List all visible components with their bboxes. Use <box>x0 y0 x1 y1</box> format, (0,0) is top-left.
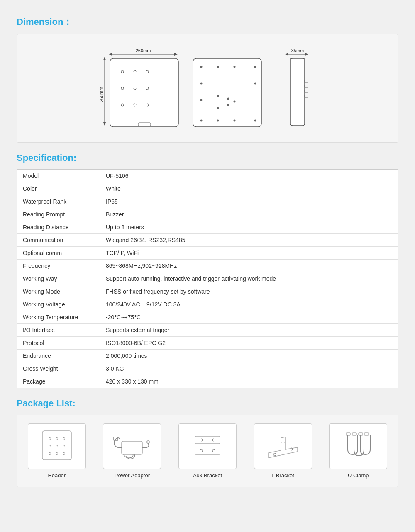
svg-point-30 <box>234 101 236 103</box>
svg-point-28 <box>227 98 229 100</box>
specification-title: Specification: <box>17 153 398 163</box>
spec-value: UF-5106 <box>100 170 398 182</box>
aux-bracket-image <box>178 423 237 469</box>
package-item-reader: Reader <box>24 423 90 479</box>
svg-point-24 <box>200 83 203 85</box>
svg-rect-42 <box>305 90 308 92</box>
spec-row: Working ModeFHSS or fixed frequency set … <box>17 285 398 298</box>
svg-rect-60 <box>195 447 220 454</box>
spec-row: Reading DistanceUp to 8 meters <box>17 221 398 234</box>
svg-text:260mm: 260mm <box>136 48 151 53</box>
u-clamp-image <box>329 423 387 469</box>
dimension-title: Dimension： <box>17 16 398 28</box>
power-adaptor-icon <box>111 429 153 464</box>
package-list-container: Reader Power Adaptor <box>17 415 398 487</box>
svg-point-35 <box>254 120 256 122</box>
spec-value: TCP/IP, WiFi <box>100 247 398 260</box>
spec-value: IP65 <box>100 195 398 208</box>
svg-point-25 <box>254 83 256 85</box>
svg-point-29 <box>227 104 229 106</box>
spec-label: Reading Prompt <box>17 208 100 221</box>
spec-value: ISO18000-6B/ EPC G2 <box>100 337 398 350</box>
spec-value: Supports external trigger <box>100 324 398 337</box>
spec-row: Optional commTCP/IP, WiFi <box>17 247 398 260</box>
spec-row: I/O InterfaceSupports external trigger <box>17 324 398 337</box>
svg-text:35mm: 35mm <box>291 48 304 53</box>
spec-value: -20℃~+75℃ <box>100 311 398 324</box>
spec-value: Support auto-running, interactive and tr… <box>100 272 398 285</box>
svg-text:260mm: 260mm <box>99 87 104 102</box>
spec-value: 420 x 330 x 130 mm <box>100 375 398 388</box>
spec-label: Optional comm <box>17 247 100 260</box>
spec-row: Reading PromptBuzzer <box>17 208 398 221</box>
package-item-bracket: L Bracket <box>250 423 316 479</box>
svg-rect-19 <box>193 58 261 127</box>
spec-row: Waterproof RankIP65 <box>17 195 398 208</box>
spec-row: Working Temperature-20℃~+75℃ <box>17 311 398 324</box>
spec-label: Reading Distance <box>17 221 100 234</box>
spec-value: 3.0 KG <box>100 362 398 375</box>
svg-rect-40 <box>305 80 308 83</box>
svg-point-23 <box>254 66 256 68</box>
spec-label: Protocol <box>17 337 100 350</box>
spec-row: ColorWhite <box>17 182 398 195</box>
svg-marker-1 <box>109 53 112 56</box>
spec-value: Wiegand 26/34, RS232,RS485 <box>100 234 398 247</box>
svg-rect-8 <box>110 58 178 127</box>
package-item-u-clamp: U Clamp <box>325 423 391 479</box>
dimension-diagram-area: 260mm 260mm <box>17 34 398 143</box>
spec-label: Working Voltage <box>17 298 100 311</box>
spec-label: Frequency <box>17 260 100 272</box>
svg-marker-63 <box>269 437 298 458</box>
power-adaptor-label: Power Adaptor <box>115 472 150 479</box>
svg-point-21 <box>217 66 219 68</box>
svg-marker-37 <box>285 53 288 56</box>
spec-value: 865~868MHz,902~928MHz <box>100 260 398 272</box>
svg-point-34 <box>234 120 236 122</box>
spec-label: Model <box>17 170 100 182</box>
bracket-image <box>254 423 312 469</box>
spec-label: Package <box>17 375 100 388</box>
package-item-power-adaptor: Power Adaptor <box>99 423 165 479</box>
aux-bracket-label: Aux Bracket <box>193 472 222 479</box>
u-clamp-label: U Clamp <box>348 472 369 479</box>
u-clamp-icon <box>339 429 377 464</box>
spec-row: ProtocolISO18000-6B/ EPC G2 <box>17 337 398 350</box>
spec-value: FHSS or fixed frequency set by software <box>100 285 398 298</box>
spec-row: Frequency865~868MHz,902~928MHz <box>17 260 398 272</box>
svg-point-33 <box>217 120 219 122</box>
svg-point-20 <box>200 66 203 68</box>
spec-row: CommunicationWiegand 26/34, RS232,RS485 <box>17 234 398 247</box>
dimension-svg: 260mm 260mm <box>75 47 340 134</box>
package-list-title: Package List: <box>17 398 398 409</box>
svg-marker-38 <box>305 53 308 56</box>
spec-label: Working Temperature <box>17 311 100 324</box>
bracket-icon <box>262 429 304 464</box>
spec-label: Working Mode <box>17 285 100 298</box>
spec-label: Communication <box>17 234 100 247</box>
svg-point-22 <box>234 66 236 68</box>
svg-rect-54 <box>122 441 142 454</box>
svg-point-27 <box>217 95 219 97</box>
spec-label: Endurance <box>17 350 100 362</box>
spec-value: 100/240V AC – 9/12V DC 3A <box>100 298 398 311</box>
spec-label: Working Way <box>17 272 100 285</box>
reader-icon <box>38 429 76 464</box>
svg-rect-41 <box>305 85 308 87</box>
spec-row: Working WaySupport auto-running, interac… <box>17 272 398 285</box>
svg-marker-6 <box>103 122 106 126</box>
spec-row: Working Voltage100/240V AC – 9/12V DC 3A <box>17 298 398 311</box>
spec-value: White <box>100 182 398 195</box>
reader-image <box>28 423 86 469</box>
svg-rect-70 <box>364 433 369 435</box>
specification-table-container: ModelUF-5106ColorWhiteWaterproof RankIP6… <box>17 169 398 388</box>
spec-row: Gross Weight3.0 KG <box>17 362 398 375</box>
svg-rect-43 <box>305 95 308 97</box>
svg-marker-2 <box>174 53 178 56</box>
svg-point-32 <box>200 120 203 122</box>
aux-bracket-icon <box>189 429 226 464</box>
spec-row: Endurance2,000,000 times <box>17 350 398 362</box>
reader-label: Reader <box>48 472 66 479</box>
spec-row: ModelUF-5106 <box>17 170 398 182</box>
spec-value: Up to 8 meters <box>100 221 398 234</box>
